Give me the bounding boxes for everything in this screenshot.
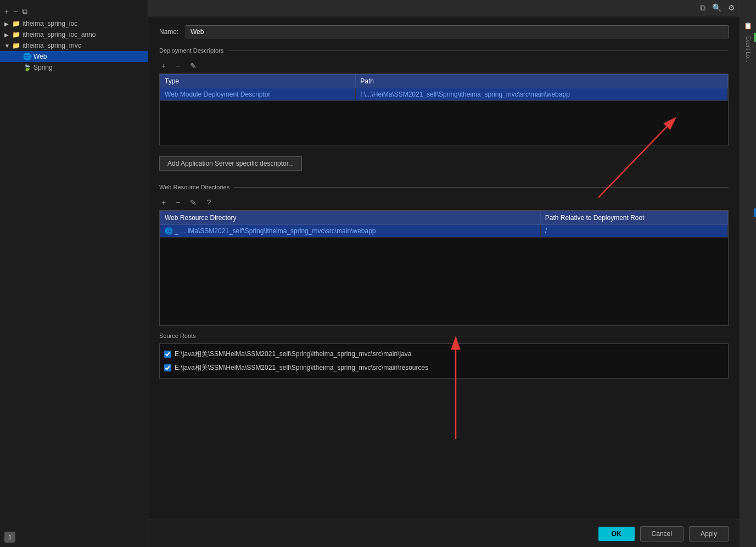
copy-module-icon[interactable]: ⧉: [22, 7, 27, 16]
add-app-server-descriptor-button[interactable]: Add Application Server specific descript…: [159, 156, 302, 171]
bottom-bar: OK Cancel Apply: [148, 520, 740, 547]
name-input[interactable]: [186, 25, 729, 38]
remove-descriptor-btn[interactable]: −: [173, 60, 182, 71]
sidebar-item-label: Web: [33, 53, 47, 60]
sidebar-item-spring[interactable]: 🍃 Spring: [0, 62, 148, 73]
table-row[interactable]: 🌐 _ ... iMa\SSM2021_self\Spring\itheima_…: [160, 225, 728, 238]
expand-arrow-icon: ▶: [4, 32, 11, 38]
blue-accent-bar: [754, 208, 756, 217]
deployment-descriptors-header: Deployment Descriptors: [159, 47, 729, 54]
sidebar-item-web[interactable]: 🌐 Web: [0, 51, 148, 62]
expand-arrow-icon: ▶: [4, 21, 11, 27]
search-icon[interactable]: 🔍: [712, 3, 721, 13]
source-roots-header: Source Roots: [159, 332, 729, 339]
web-resource-path-relative: /: [540, 225, 727, 238]
cancel-button[interactable]: Cancel: [640, 526, 684, 542]
web-icon: 🌐: [23, 53, 31, 60]
event-log-label[interactable]: Event Lo...: [745, 36, 751, 63]
sidebar-toolbar: + − ⧉: [0, 4, 148, 18]
deployment-descriptors-table-container: Type Path Web Module Deployment Descript…: [159, 74, 729, 145]
sidebar-item-itheima-spring-mvc[interactable]: ▼ 📁 itheima_spring_mvc: [0, 40, 148, 51]
source-root-checkbox-1[interactable]: [164, 364, 171, 371]
spring-icon: 🍃: [23, 64, 31, 71]
descriptor-type: Web Module Deployment Descriptor: [160, 88, 356, 101]
web-resource-dirs-table: Web Resource Directory Path Relative to …: [160, 211, 728, 238]
source-roots-box: E:\java相关\SSM\HeiMa\SSM2021_self\Spring\…: [159, 343, 729, 379]
sidebar-item-label: itheima_spring_ioc_anno: [23, 31, 96, 38]
add-web-resource-btn[interactable]: +: [159, 197, 168, 208]
window-topbar: ⧉ 🔍 ⚙: [148, 0, 740, 16]
content-panel: Name: Deployment Descriptors + − ✎ Type …: [148, 16, 740, 520]
web-resource-dirs-table-container: Web Resource Directory Path Relative to …: [159, 210, 729, 326]
right-panel-strip: 📋 Event Lo...: [740, 0, 756, 547]
topbar-icons: ⧉ 🔍 ⚙: [700, 3, 735, 13]
sidebar-item-label: Spring: [33, 64, 53, 71]
web-resource-empty-area: [160, 238, 728, 325]
edit-web-resource-btn[interactable]: ✎: [188, 197, 199, 208]
source-root-item-1: E:\java相关\SSM\HeiMa\SSM2021_self\Spring\…: [160, 361, 728, 375]
sidebar-item-label: itheima_spring_ioc: [23, 20, 77, 27]
settings-icon[interactable]: ⚙: [728, 3, 735, 13]
green-accent-bar: [754, 33, 756, 42]
apply-button[interactable]: Apply: [689, 526, 729, 542]
badge: 1: [4, 532, 15, 543]
col-path: Path: [356, 75, 728, 88]
web-resource-dirs-toolbar: + − ✎ ?: [159, 195, 729, 210]
name-row: Name:: [159, 25, 729, 38]
web-resource-directory: 🌐 _ ... iMa\SSM2021_self\Spring\itheima_…: [160, 225, 541, 238]
edit-descriptor-btn[interactable]: ✎: [188, 60, 199, 71]
sidebar-item-itheima-spring-ioc[interactable]: ▶ 📁 itheima_spring_ioc: [0, 18, 148, 29]
descriptor-empty-area: [160, 101, 728, 145]
source-root-checkbox-0[interactable]: [164, 351, 171, 358]
col-path-relative: Path Relative to Deployment Root: [540, 211, 727, 225]
sidebar-item-itheima-spring-ioc-anno[interactable]: ▶ 📁 itheima_spring_ioc_anno: [0, 29, 148, 40]
folder-icon: 📁: [12, 31, 20, 38]
col-web-resource-dir: Web Resource Directory: [160, 211, 541, 225]
folder-icon: 📁: [12, 42, 20, 49]
window-restore-icon[interactable]: ⧉: [700, 3, 705, 13]
table-row[interactable]: Web Module Deployment Descriptor f:\...\…: [160, 88, 728, 101]
sidebar: + − ⧉ ▶ 📁 itheima_spring_ioc ▶ 📁 itheima…: [0, 0, 148, 547]
main-content: ⧉ 🔍 ⚙ Name: Deployment Descriptors + − ✎: [148, 0, 740, 547]
help-web-resource-btn[interactable]: ?: [204, 197, 213, 208]
source-root-path-0: E:\java相关\SSM\HeiMa\SSM2021_self\Spring\…: [175, 349, 412, 359]
deployment-descriptors-toolbar: + − ✎: [159, 58, 729, 74]
add-module-icon[interactable]: +: [4, 7, 9, 16]
add-descriptor-btn[interactable]: +: [159, 60, 168, 71]
expand-arrow-icon: ▼: [4, 43, 11, 49]
web-resource-dirs-header: Web Resource Directories: [159, 184, 729, 190]
folder-icon: 📁: [12, 20, 20, 27]
event-log-icon[interactable]: 📋: [744, 22, 752, 30]
sidebar-item-label: itheima_spring_mvc: [23, 42, 81, 49]
source-root-item-0: E:\java相关\SSM\HeiMa\SSM2021_self\Spring\…: [160, 347, 728, 361]
remove-module-icon[interactable]: −: [13, 7, 18, 16]
ok-button[interactable]: OK: [598, 527, 635, 541]
descriptor-path: f:\...\HeiMa\SSM2021_self\Spring\itheima…: [356, 88, 728, 101]
deployment-descriptors-table: Type Path Web Module Deployment Descript…: [160, 74, 728, 101]
name-label: Name:: [159, 28, 181, 36]
source-root-path-1: E:\java相关\SSM\HeiMa\SSM2021_self\Spring\…: [175, 363, 428, 373]
col-type: Type: [160, 75, 356, 88]
remove-web-resource-btn[interactable]: −: [173, 197, 182, 208]
